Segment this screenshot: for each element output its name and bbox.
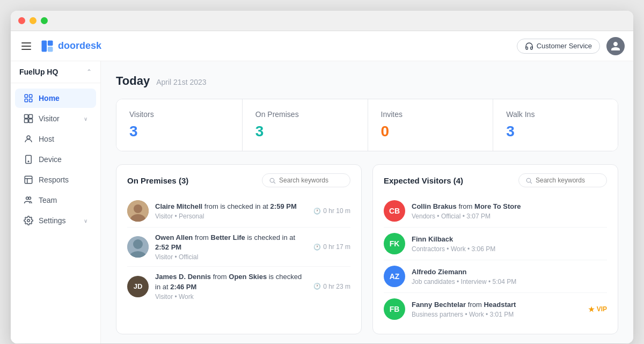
maximize-dot[interactable] [41,17,48,24]
stat-invites: Invites 0 [368,99,493,151]
svg-point-20 [270,178,274,182]
vip-badge: ★ VIP [588,305,607,313]
sidebar-item-home[interactable]: Home [15,89,96,108]
svg-point-13 [28,161,29,162]
device-icon [24,155,33,164]
svg-rect-2 [48,46,53,52]
panels-row: On Premises (3) [116,164,618,334]
owen-name-line: Owen Allen from Better Life is checked i… [155,233,307,252]
on-premises-panel-header: On Premises (3) [127,173,350,187]
james-name-line: James D. Dennis from Open Skies is check… [155,272,307,291]
stat-walk-ins: Walk Ins 3 [493,99,618,151]
expected-search-input[interactable] [536,177,600,184]
sidebar-item-resports[interactable]: Resports [15,170,96,189]
owen-avatar-image [127,236,149,258]
vip-label: VIP [597,305,607,313]
stat-on-premises: On Premises 3 [242,99,367,151]
on-premises-panel: On Premises (3) [116,164,362,334]
claire-avatar-image [127,200,149,222]
james-duration-text: 0 hr 23 m [323,283,350,290]
fanny-info: Fanny Bechtelar from Headstart Business … [412,300,582,318]
james-from: from [213,273,229,281]
svg-rect-0 [42,40,47,52]
expected-search-box[interactable] [518,173,607,187]
settings-chevron-icon: ∨ [84,218,87,224]
visitors-label: Visitors [129,110,229,119]
svg-rect-1 [48,40,53,46]
app-logo: doordesk [40,39,101,54]
alfredo-meta: Job candidates • Interview • 5:04 PM [412,278,607,286]
svg-rect-5 [25,99,27,102]
on-premises-search-input[interactable] [279,177,343,184]
svg-point-23 [134,204,142,213]
stats-row: Visitors 3 On Premises 3 Invites 0 Walk … [116,99,618,151]
resports-label: Resports [39,175,69,184]
on-premises-search-box[interactable] [262,173,350,187]
menu-toggle-button[interactable] [19,40,33,52]
james-visitor-row: JD James D. Dennis from Open Skies is ch… [127,267,350,305]
home-label: Home [39,94,60,103]
james-time: 2:46 PM [170,283,196,291]
customer-service-label: Customer Service [537,42,592,50]
user-avatar-button[interactable] [606,37,625,55]
page-subtitle: April 21st 2023 [156,78,206,86]
claire-info: Claire Mitchell from is checked in at 2:… [155,202,307,220]
james-company: Open Skies [229,273,267,281]
sidebar-item-settings[interactable]: Settings ∨ [15,211,96,230]
finn-avatar: FK [384,233,405,254]
sidebar-item-device[interactable]: Device [15,150,96,169]
svg-point-26 [133,239,143,249]
finn-name-line: Finn Kilback [412,235,607,244]
on-premises-visitor-row: Claire Mitchell from is checked in at 2:… [127,195,350,228]
svg-rect-10 [29,119,33,123]
main-content: Today April 21st 2023 Visitors 3 On Prem… [101,61,633,343]
team-icon [24,195,33,205]
owen-avatar [127,236,149,258]
sidebar-item-visitor[interactable]: Visitor ∨ [15,109,96,128]
invites-label: Invites [381,110,480,119]
close-dot[interactable] [18,17,25,24]
alfredo-info: Alfredo Ziemann Job candidates • Intervi… [412,267,607,286]
svg-point-11 [27,136,30,139]
customer-service-button[interactable]: Customer Service [517,39,600,54]
finn-name: Finn Kilback [412,235,453,243]
collin-visitor-row: CB Collin Brakus from More To Store Vend… [384,195,607,228]
svg-point-19 [27,219,30,222]
top-right-controls: Customer Service [517,37,625,55]
sidebar-item-team[interactable]: Team [15,191,96,210]
settings-label: Settings [39,216,66,225]
fanny-company: Headstart [484,301,516,309]
svg-point-28 [526,178,531,182]
resports-icon [24,175,33,185]
finn-visitor-row: FK Finn Kilback Contractors • Work • 3:0… [384,228,607,260]
sidebar: FuelUp HQ ⌃ Home [11,61,101,343]
alfredo-avatar: AZ [384,266,405,287]
top-navigation-bar: doordesk Customer Service [11,31,633,61]
app-window: doordesk Customer Service [11,11,633,343]
claire-name-line: Claire Mitchell from is checked in at 2:… [155,202,307,211]
on-premises-label: On Premises [255,110,354,119]
logo-area: doordesk [19,39,101,54]
app-logo-text: doordesk [58,40,101,52]
minimize-dot[interactable] [30,17,36,24]
on-premises-value: 3 [255,123,354,140]
settings-icon [24,216,33,225]
visitors-value: 3 [129,123,229,140]
host-label: Host [39,135,54,143]
workspace-selector[interactable]: FuelUp HQ ⌃ [11,61,100,83]
claire-duration-text: 0 hr 10 m [323,207,350,215]
visitor-label: Visitor [39,114,60,123]
collin-info: Collin Brakus from More To Store Vendors… [412,202,607,220]
titlebar [11,11,633,31]
vip-star-icon: ★ [588,305,595,313]
svg-rect-14 [25,176,32,184]
walk-ins-label: Walk Ins [506,110,605,119]
user-icon [610,41,621,52]
collin-company: More To Store [474,202,521,210]
svg-line-21 [274,181,275,183]
sidebar-item-host[interactable]: Host [15,129,96,149]
on-premises-panel-title: On Premises (3) [127,176,188,185]
home-icon [24,93,33,103]
claire-time: 2:59 PM [270,202,297,210]
invites-value: 0 [381,123,480,140]
